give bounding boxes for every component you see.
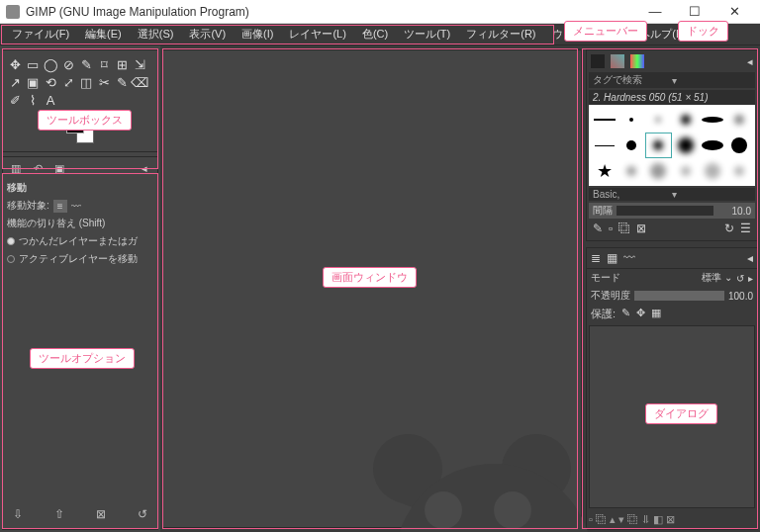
lock-position-icon[interactable]: ✥ bbox=[636, 307, 645, 321]
layer-up-icon[interactable]: ▴ bbox=[610, 513, 616, 526]
layer-duplicate-icon[interactable]: ⿻ bbox=[627, 513, 638, 526]
canvas-window[interactable] bbox=[162, 49, 582, 528]
brush-duplicate-icon[interactable]: ⿻ bbox=[618, 222, 630, 235]
lock-alpha-icon[interactable]: ▦ bbox=[651, 307, 661, 321]
brush-item[interactable]: ★ bbox=[591, 158, 618, 184]
radio-pick-layer[interactable] bbox=[7, 237, 15, 245]
tool-measure-icon[interactable]: ↗ bbox=[7, 74, 23, 90]
tab-undo-history-icon[interactable]: ↶ bbox=[29, 161, 47, 175]
menu-layer[interactable]: レイヤー(L) bbox=[281, 24, 353, 44]
brush-delete-icon[interactable]: ⊠ bbox=[636, 222, 646, 235]
brush-item[interactable] bbox=[618, 158, 644, 184]
tab-images-icon[interactable]: ▣ bbox=[50, 161, 68, 175]
tab-gradients-icon[interactable] bbox=[630, 54, 644, 68]
brush-edit-icon[interactable]: ✎ bbox=[593, 222, 603, 235]
close-button[interactable]: ✕ bbox=[714, 0, 754, 24]
maximize-button[interactable]: ☐ bbox=[675, 0, 714, 24]
brush-new-icon[interactable]: ▫ bbox=[609, 222, 613, 235]
brush-item[interactable] bbox=[672, 107, 699, 133]
tab-brushes-icon[interactable] bbox=[591, 54, 605, 68]
menu-filters[interactable]: フィルター(R) bbox=[458, 24, 543, 44]
tool-text-icon[interactable]: A bbox=[43, 92, 58, 108]
brush-item[interactable] bbox=[699, 158, 725, 184]
fg-bg-color-widget[interactable] bbox=[66, 116, 94, 143]
tab-patterns-icon[interactable] bbox=[611, 54, 624, 68]
menu-image[interactable]: 画像(I) bbox=[234, 24, 281, 44]
brush-item[interactable] bbox=[645, 158, 672, 184]
tool-unified-transform-icon[interactable]: ⊞ bbox=[114, 56, 130, 72]
brush-item-selected[interactable] bbox=[645, 133, 672, 158]
mode-more-icon[interactable]: ▸ bbox=[748, 273, 753, 284]
save-options-icon[interactable]: ⇩ bbox=[13, 507, 23, 521]
layer-down-icon[interactable]: ▾ bbox=[618, 513, 624, 526]
menu-help[interactable]: ヘルプ(H) bbox=[631, 24, 695, 44]
brush-refresh-icon[interactable]: ↻ bbox=[724, 222, 734, 235]
mode-reset-icon[interactable]: ↺ bbox=[736, 273, 744, 284]
brush-menu-icon[interactable]: ☰ bbox=[740, 222, 751, 235]
brush-search[interactable]: タグで検索 ▾ bbox=[589, 72, 755, 88]
fg-color-swatch[interactable] bbox=[66, 116, 84, 133]
tab-layers-icon[interactable]: ≣ bbox=[591, 251, 601, 265]
brushes-panel: ◂ タグで検索 ▾ 2. Hardness 050 (51 × 51) bbox=[586, 49, 758, 241]
lock-pixels-icon[interactable]: ✎ bbox=[621, 307, 630, 321]
brush-item[interactable] bbox=[591, 107, 618, 133]
panel-menu-icon[interactable]: ◂ bbox=[136, 161, 153, 175]
tool-fuzzy-select-icon[interactable]: ✎ bbox=[78, 56, 94, 72]
tool-rect-select-icon[interactable]: ▭ bbox=[25, 56, 41, 72]
tool-ink-icon[interactable]: ⌫ bbox=[132, 74, 147, 90]
restore-options-icon[interactable]: ⇧ bbox=[54, 507, 64, 521]
brush-item[interactable] bbox=[726, 133, 753, 158]
brush-item[interactable] bbox=[672, 158, 699, 184]
search-clear-icon[interactable]: ▾ bbox=[672, 75, 751, 86]
tool-move-icon[interactable]: ✥ bbox=[7, 56, 23, 72]
brush-item[interactable] bbox=[726, 158, 753, 184]
menu-file[interactable]: ファイル(F) bbox=[4, 24, 77, 44]
delete-options-icon[interactable]: ⊠ bbox=[96, 507, 106, 521]
menu-colors[interactable]: 色(C) bbox=[354, 24, 396, 44]
move-target-layer-icon[interactable]: ≡ bbox=[53, 200, 67, 213]
spacing-slider[interactable] bbox=[617, 206, 713, 216]
opacity-slider[interactable] bbox=[634, 291, 724, 301]
panel-menu-icon[interactable]: ◂ bbox=[747, 251, 753, 265]
menu-select[interactable]: 選択(S) bbox=[130, 24, 182, 44]
layer-mask-icon[interactable]: ◧ bbox=[653, 513, 663, 526]
brush-item[interactable] bbox=[699, 107, 725, 133]
layer-merge-icon[interactable]: ⥥ bbox=[641, 513, 650, 526]
tool-ellipse-select-icon[interactable]: ◯ bbox=[43, 56, 58, 72]
tool-smudge-icon[interactable]: ⌇ bbox=[25, 92, 41, 108]
brush-item[interactable] bbox=[591, 133, 618, 158]
layers-list[interactable] bbox=[589, 325, 755, 508]
menu-view[interactable]: 表示(V) bbox=[181, 24, 234, 44]
tool-eraser-icon[interactable]: ✂ bbox=[96, 74, 112, 90]
menu-windows[interactable]: ウィンドウ(W) bbox=[544, 24, 632, 44]
brush-item[interactable] bbox=[645, 107, 672, 133]
tool-bucket-icon[interactable]: ▣ bbox=[25, 74, 41, 90]
tool-crop-icon[interactable]: ⌑ bbox=[96, 56, 112, 72]
tool-warp-icon[interactable]: ⇲ bbox=[132, 56, 147, 72]
tool-clone-icon[interactable]: ✐ bbox=[7, 92, 23, 108]
radio-active-layer[interactable] bbox=[7, 255, 15, 263]
tab-channels-icon[interactable]: ▦ bbox=[607, 251, 618, 265]
panel-menu-icon[interactable]: ◂ bbox=[747, 55, 753, 68]
brush-item[interactable] bbox=[726, 107, 753, 133]
brush-item[interactable] bbox=[672, 133, 699, 158]
mode-dropdown[interactable]: 標準 ⌄ bbox=[624, 271, 732, 285]
reset-options-icon[interactable]: ↺ bbox=[138, 507, 147, 521]
tab-tool-options-icon[interactable]: ▥ bbox=[7, 161, 25, 175]
brush-item[interactable] bbox=[618, 107, 644, 133]
minimize-button[interactable]: — bbox=[635, 0, 675, 24]
tool-gradient-icon[interactable]: ⟲ bbox=[43, 74, 58, 90]
menu-tools[interactable]: ツール(T) bbox=[396, 24, 458, 44]
brush-item[interactable] bbox=[699, 133, 725, 158]
tab-paths-icon[interactable]: 〰 bbox=[623, 251, 635, 265]
tool-paintbrush-icon[interactable]: ◫ bbox=[78, 74, 94, 90]
brush-preset-dropdown[interactable]: Basic, ▾ bbox=[589, 188, 755, 201]
brush-item[interactable] bbox=[618, 133, 644, 158]
layer-delete-icon[interactable]: ⊠ bbox=[666, 513, 675, 526]
tool-pencil-icon[interactable]: ⤢ bbox=[60, 74, 76, 90]
tool-airbrush-icon[interactable]: ✎ bbox=[114, 74, 130, 90]
tool-free-select-icon[interactable]: ⊘ bbox=[60, 56, 76, 72]
menu-edit[interactable]: 編集(E) bbox=[77, 24, 130, 44]
window-title: GIMP (GNU Image Manipulation Program) bbox=[26, 5, 635, 19]
move-target-path-icon[interactable]: 〰 bbox=[71, 201, 81, 212]
